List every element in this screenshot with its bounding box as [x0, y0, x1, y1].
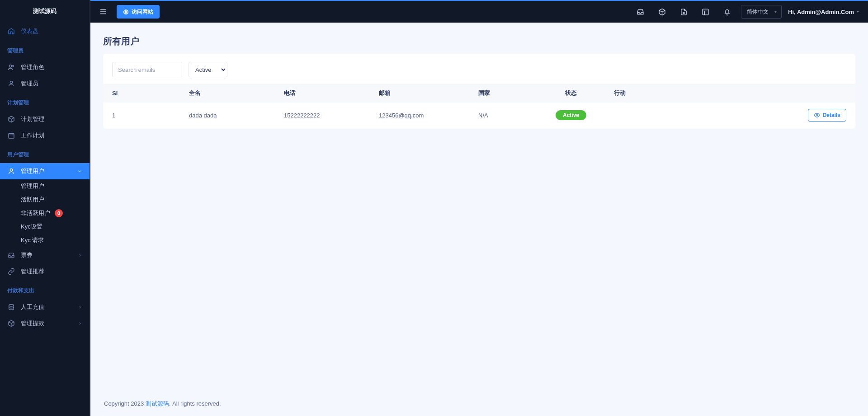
table-row: 1 dada dada 15222222222 123456@qq.com N/… [103, 103, 855, 128]
svg-point-1 [12, 65, 14, 67]
th-name: 全名 [180, 84, 275, 103]
section-pay-title: 付款和支出 [0, 280, 90, 299]
nav-manage-withdraw[interactable]: 管理提款 [0, 315, 90, 332]
svg-point-2 [10, 81, 12, 84]
visit-site-button[interactable]: 访问网站 [117, 5, 160, 19]
nav-sub-active-users[interactable]: 活跃用户 [0, 193, 90, 206]
page-title: 所有用户 [103, 35, 855, 47]
cell-status: Active [537, 103, 605, 128]
cell-action: Details [605, 103, 855, 128]
svg-point-8 [816, 114, 818, 116]
nav-manage-users[interactable]: 管理用户 [0, 163, 90, 179]
cell-name: dada dada [180, 103, 275, 128]
nav-dashboard[interactable]: 仪表盘 [0, 23, 90, 40]
section-user-title: 用户管理 [0, 144, 90, 163]
th-sl: Sl [103, 84, 180, 103]
filter-toolbar: Active [103, 54, 855, 84]
eye-icon [814, 112, 820, 118]
database-icon [7, 303, 15, 311]
topbar: 访问网站 简体中文 [90, 0, 868, 23]
user-menu[interactable]: Hi, Admin@Admin.Com [788, 9, 860, 15]
nav-work-plan[interactable]: 工作计划 [0, 127, 90, 144]
svg-point-0 [9, 65, 11, 67]
users-card: Active Sl 全名 电话 邮箱 国家 状态 行动 [103, 54, 855, 129]
inactive-badge: 0 [55, 209, 63, 217]
nav-sub-manage-users[interactable]: 管理用户 [0, 179, 90, 193]
th-country: 国家 [469, 84, 537, 103]
bell-icon[interactable] [719, 4, 735, 19]
cell-sl: 1 [103, 103, 180, 128]
nav-admins[interactable]: 管理员 [0, 75, 90, 92]
nav-referrals[interactable]: 管理推荐 [0, 263, 90, 280]
nav-dashboard-label: 仪表盘 [21, 27, 82, 35]
nav-sub-kyc-requests[interactable]: Kyc 请求 [0, 234, 90, 247]
globe-icon [123, 9, 129, 15]
chevron-right-icon [78, 321, 82, 326]
inbox-icon [7, 251, 15, 259]
calendar-icon [7, 131, 15, 140]
section-admin-title: 管理员 [0, 40, 90, 59]
th-action: 行动 [605, 84, 855, 103]
nav-plan-manage[interactable]: 计划管理 [0, 111, 90, 127]
home-icon [7, 27, 15, 35]
box-icon [7, 115, 15, 123]
svg-rect-3 [9, 133, 14, 138]
section-plan-title: 计划管理 [0, 92, 90, 111]
inbox-icon[interactable] [632, 4, 648, 19]
nav-manual-topup[interactable]: 人工充值 [0, 299, 90, 315]
language-select[interactable]: 简体中文 [741, 5, 782, 19]
main: 访问网站 简体中文 [90, 0, 868, 416]
svg-point-4 [10, 169, 12, 171]
caret-down-icon [774, 10, 778, 14]
package-icon[interactable] [654, 4, 670, 19]
layout-icon[interactable] [698, 4, 713, 19]
link-icon [7, 267, 15, 276]
nav-manage-roles[interactable]: 管理角色 [0, 59, 90, 75]
search-input[interactable] [112, 62, 182, 77]
users-icon [7, 63, 15, 71]
status-select[interactable]: Active [189, 62, 227, 77]
users-table: Sl 全名 电话 邮箱 国家 状态 行动 1 dada dada [103, 84, 855, 128]
status-badge: Active [556, 110, 586, 120]
chevron-down-icon [77, 168, 82, 174]
footer-brand-link[interactable]: 测试源码 [146, 400, 169, 407]
brand-title: 测试源码 [0, 0, 90, 23]
sidebar: 测试源码 仪表盘 管理员 管理角色 管理员 计划管理 计 [0, 0, 90, 416]
details-button[interactable]: Details [808, 109, 846, 122]
cell-phone: 15222222222 [275, 103, 370, 128]
svg-point-5 [9, 304, 14, 306]
footer: Copyright 2023 测试源码. All rights reserved… [103, 389, 855, 416]
chevron-right-icon [78, 305, 82, 309]
th-status: 状态 [537, 84, 605, 103]
user-icon [7, 79, 15, 88]
file-icon[interactable] [676, 4, 691, 19]
cell-country: N/A [469, 103, 537, 128]
th-phone: 电话 [275, 84, 370, 103]
svg-rect-7 [703, 9, 708, 15]
th-email: 邮箱 [370, 84, 469, 103]
hamburger-icon[interactable] [96, 5, 110, 19]
user-icon [7, 167, 15, 175]
caret-down-icon [856, 10, 860, 14]
content: 所有用户 Active Sl 全名 电话 邮箱 国家 [90, 23, 868, 416]
chevron-right-icon [78, 253, 82, 257]
box-icon [7, 319, 15, 327]
nav-tickets[interactable]: 票券 [0, 247, 90, 263]
nav-sub-inactive-users[interactable]: 非活跃用户 0 [0, 206, 90, 220]
nav-sub-kyc-settings[interactable]: Kyc设置 [0, 220, 90, 234]
cell-email: 123456@qq.com [370, 103, 469, 128]
